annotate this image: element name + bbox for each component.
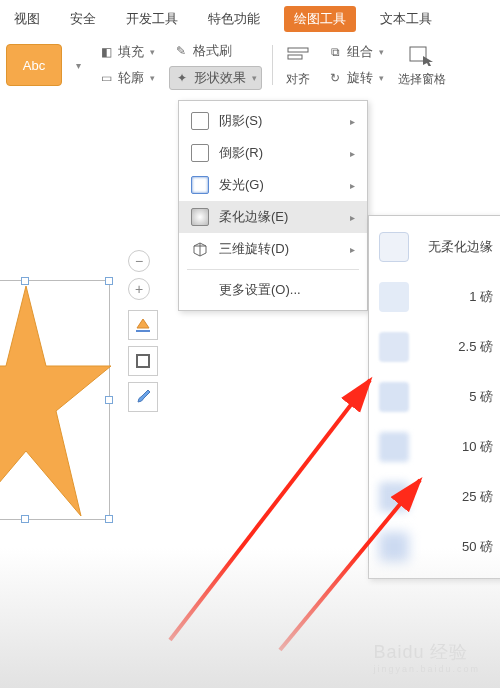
watermark: Baidu 经验 jingyan.baidu.com: [373, 640, 480, 674]
menu-soft-edge[interactable]: 柔化边缘(E) ▸: [179, 201, 367, 233]
rotate-button[interactable]: ↻ 旋转 ▾: [323, 67, 388, 89]
group-label: 组合: [347, 43, 373, 61]
group-icon: ⧉: [327, 44, 343, 60]
tab-special[interactable]: 特色功能: [202, 6, 266, 32]
chevron-down-icon: ▾: [150, 47, 155, 57]
menu-more-settings[interactable]: 更多设置(O)...: [179, 274, 367, 306]
soft-edge-swatch-1: [379, 282, 409, 312]
shape-effect-button[interactable]: ✦ 形状效果 ▾: [169, 66, 262, 90]
resize-handle[interactable]: [105, 515, 113, 523]
menu-3d-rotation[interactable]: 三维旋转(D) ▸: [179, 233, 367, 265]
soft-edge-swatch-6: [379, 532, 409, 562]
select-pane-icon: [407, 43, 437, 69]
soft-edge-swatch-none: [379, 232, 409, 262]
selected-shape[interactable]: [0, 280, 110, 520]
tab-text-tools[interactable]: 文本工具: [374, 6, 438, 32]
rotate-icon: ↻: [327, 70, 343, 86]
outline-icon: ▭: [98, 70, 114, 86]
soft-edge-1pt[interactable]: 1 磅: [369, 272, 500, 322]
align-icon: [283, 43, 313, 69]
tab-drawing-tools[interactable]: 绘图工具: [284, 6, 356, 32]
chevron-right-icon: ▸: [350, 212, 355, 223]
soft-edge-swatch-5: [379, 482, 409, 512]
rotation-3d-icon: [191, 240, 209, 258]
ribbon-separator: [272, 45, 273, 85]
soft-edge-1-label: 1 磅: [421, 288, 497, 306]
resize-handle[interactable]: [21, 277, 29, 285]
select-pane-button[interactable]: 选择窗格: [398, 43, 446, 88]
soft-edge-none[interactable]: 无柔化边缘: [369, 222, 500, 272]
outline-label: 轮廓: [118, 69, 144, 87]
format-painter-button[interactable]: ✎ 格式刷: [169, 40, 262, 62]
rotate-label: 旋转: [347, 69, 373, 87]
fill-button[interactable]: ◧ 填充 ▾: [94, 41, 159, 63]
shadow-icon: [191, 112, 209, 130]
soft-edge-swatch-4: [379, 432, 409, 462]
reflection-icon: [191, 144, 209, 162]
zoom-out-button[interactable]: −: [128, 250, 150, 272]
menu-3d-rotation-label: 三维旋转(D): [219, 240, 289, 258]
menu-reflection-label: 倒影(R): [219, 144, 263, 162]
outline-button[interactable]: ▭ 轮廓 ▾: [94, 67, 159, 89]
format-painter-icon: ✎: [173, 43, 189, 59]
align-button[interactable]: 对齐: [283, 43, 313, 88]
chevron-right-icon: ▸: [350, 244, 355, 255]
chevron-right-icon: ▸: [350, 116, 355, 127]
menu-glow[interactable]: 发光(G) ▸: [179, 169, 367, 201]
soft-edge-icon: [191, 208, 209, 226]
chevron-right-icon: ▸: [350, 180, 355, 191]
soft-edge-2.5pt[interactable]: 2.5 磅: [369, 322, 500, 372]
soft-edge-10pt[interactable]: 10 磅: [369, 422, 500, 472]
menu-reflection[interactable]: 倒影(R) ▸: [179, 137, 367, 169]
tab-devtools[interactable]: 开发工具: [120, 6, 184, 32]
svg-rect-5: [137, 355, 149, 367]
fill-icon: ◧: [98, 44, 114, 60]
svg-rect-1: [288, 55, 302, 59]
chevron-right-icon: ▸: [350, 148, 355, 159]
shape-style-preview[interactable]: Abc: [6, 44, 62, 86]
select-pane-label: 选择窗格: [398, 71, 446, 88]
format-painter-label: 格式刷: [193, 42, 232, 60]
blank-icon: [191, 281, 209, 299]
menu-shadow-label: 阴影(S): [219, 112, 262, 130]
fill-label: 填充: [118, 43, 144, 61]
group-button[interactable]: ⧉ 组合 ▾: [323, 41, 388, 63]
watermark-sub: jingyan.baidu.com: [373, 664, 480, 674]
menu-shadow[interactable]: 阴影(S) ▸: [179, 105, 367, 137]
chevron-down-icon: ▾: [150, 73, 155, 83]
menu-glow-label: 发光(G): [219, 176, 264, 194]
soft-edge-6-label: 50 磅: [421, 538, 497, 556]
tab-security[interactable]: 安全: [64, 6, 102, 32]
soft-edge-swatch-3: [379, 382, 409, 412]
svg-rect-4: [136, 330, 150, 332]
soft-edge-none-label: 无柔化边缘: [421, 238, 497, 256]
soft-edge-2-label: 2.5 磅: [421, 338, 497, 356]
glow-icon: [191, 176, 209, 194]
tab-view[interactable]: 视图: [8, 6, 46, 32]
svg-marker-3: [0, 286, 111, 516]
resize-handle[interactable]: [105, 277, 113, 285]
tool-brush[interactable]: [128, 382, 158, 412]
soft-edge-swatch-2: [379, 332, 409, 362]
soft-edge-50pt[interactable]: 50 磅: [369, 522, 500, 572]
soft-edge-4-label: 10 磅: [421, 438, 497, 456]
menu-more-label: 更多设置(O)...: [219, 281, 301, 299]
soft-edge-5-label: 25 磅: [421, 488, 497, 506]
soft-edge-5pt[interactable]: 5 磅: [369, 372, 500, 422]
resize-handle[interactable]: [105, 396, 113, 404]
chevron-down-icon: ▾: [252, 73, 257, 83]
shape-effect-menu: 阴影(S) ▸ 倒影(R) ▸ 发光(G) ▸ 柔化边缘(E) ▸ 三维旋转(D…: [178, 100, 368, 311]
shape-style-dropdown[interactable]: ▾: [72, 44, 84, 86]
shape-effect-icon: ✦: [174, 70, 190, 86]
menu-soft-edge-label: 柔化边缘(E): [219, 208, 288, 226]
soft-edge-25pt[interactable]: 25 磅: [369, 472, 500, 522]
soft-edge-3-label: 5 磅: [421, 388, 497, 406]
tool-shape-outline[interactable]: [128, 346, 158, 376]
svg-rect-0: [288, 48, 308, 52]
align-label: 对齐: [286, 71, 310, 88]
watermark-text: Baidu 经验 jingyan.baidu.com: [373, 640, 480, 674]
tool-shape-fill[interactable]: [128, 310, 158, 340]
zoom-in-button[interactable]: +: [128, 278, 150, 300]
resize-handle[interactable]: [21, 515, 29, 523]
chevron-down-icon: ▾: [379, 73, 384, 83]
